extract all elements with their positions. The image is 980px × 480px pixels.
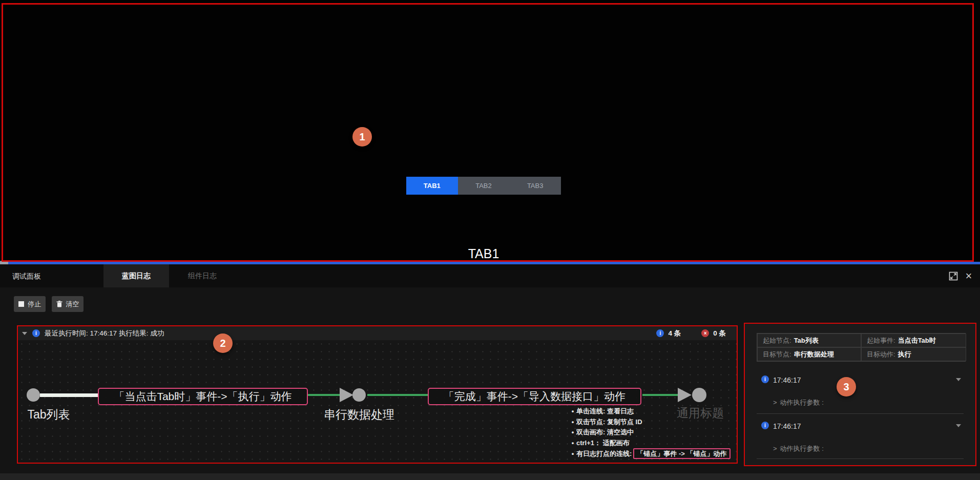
flow-node-start-label[interactable]: Tab列表: [10, 407, 87, 423]
stage-tab-1[interactable]: TAB1: [406, 177, 458, 195]
table-cell-target-node: 目标节点:串行数据处理: [757, 347, 861, 361]
debug-panel-title: 调试面板: [12, 272, 41, 281]
blueprint-log-card: i 最近执行时间: 17:46:17 执行结果: 成功 i 4 条 × 0 条 …: [18, 326, 737, 463]
tab-blueprint-log[interactable]: 蓝图日志: [103, 264, 169, 287]
info-icon: i: [761, 422, 769, 429]
stage-caption: TAB1: [432, 246, 535, 261]
screen: TAB1 TAB2 TAB3 TAB1 调试面板 蓝图日志 组件日志 × 停止: [0, 0, 980, 480]
table-cell-start-event: 起始事件:当点击Tab时: [861, 333, 966, 347]
run-summary-text: 最近执行时间: 17:46:17 执行结果: 成功: [45, 329, 164, 338]
flow-edge1-label[interactable]: 「当点击Tab时」事件->「执行」动作: [98, 388, 308, 405]
table-cell-start-node: 起始节点:Tab列表: [757, 333, 861, 347]
chevron-right-icon: >: [773, 399, 777, 406]
info-icon: i: [761, 375, 769, 383]
debug-panel-header: 调试面板 蓝图日志 组件日志 ×: [0, 264, 980, 287]
error-count: 0 条: [713, 329, 726, 338]
flow-node-mid-label[interactable]: 串行数据处理: [318, 407, 400, 423]
log-entry-time: 17:46:17: [773, 422, 801, 430]
bottom-bar: [0, 473, 980, 480]
flow-edge-segment[interactable]: [367, 394, 428, 396]
stage-tab-2[interactable]: TAB2: [458, 177, 510, 195]
error-count-icon: ×: [701, 329, 709, 337]
info-count-icon: i: [656, 329, 664, 337]
entry-collapse-caret-icon[interactable]: [956, 378, 961, 381]
tab-component-log[interactable]: 组件日志: [177, 264, 228, 287]
stage-tab-bar: TAB1 TAB2 TAB3: [406, 177, 561, 195]
edge-detail-table: 起始节点:Tab列表 起始事件:当点击Tab时 目标节点:串行数据处理 目标动作…: [757, 333, 966, 362]
log-entry-time: 17:46:17: [773, 376, 801, 384]
chevron-right-icon: >: [773, 445, 777, 452]
flow-arrowhead-icon: [678, 388, 692, 402]
collapse-caret-icon[interactable]: [22, 332, 27, 335]
stop-button[interactable]: 停止: [14, 296, 46, 312]
edge-detail-card: 起始节点:Tab列表 起始事件:当点击Tab时 目标节点:串行数据处理 目标动作…: [744, 323, 976, 466]
legend-item: •单击连线: 查看日志: [569, 406, 746, 417]
table-cell-target-action: 目标动作:执行: [861, 347, 966, 361]
flow-node-end-port[interactable]: [692, 388, 706, 402]
debug-panel: 调试面板 蓝图日志 组件日志 × 停止 清空: [0, 264, 980, 473]
flow-edge2-label[interactable]: 「完成」事件->「导入数据接口」动作: [428, 388, 641, 405]
entry-divider: [757, 413, 964, 414]
clear-button[interactable]: 清空: [52, 296, 84, 312]
legend-item: •双击节点: 复制节点 ID: [569, 417, 746, 428]
legend-edge-sample-box: 「锚点」事件 -> 「锚点」动作: [633, 448, 730, 459]
flow-edge-segment[interactable]: [308, 394, 340, 396]
legend-item: •ctrl+1： 适配画布: [569, 438, 746, 449]
flow-edge-segment[interactable]: [40, 393, 98, 397]
flow-node-start-port[interactable]: [27, 388, 40, 402]
entry-divider: [757, 458, 964, 459]
flow-node-mid-port[interactable]: [352, 388, 366, 402]
trash-icon: [56, 301, 62, 307]
legend-item-logged-edge: •有日志打点的连线:「锚点」事件 -> 「锚点」动作: [569, 448, 746, 460]
stage-tab-3[interactable]: TAB3: [509, 177, 561, 195]
clear-button-label: 清空: [66, 300, 79, 309]
preview-stage: TAB1 TAB2 TAB3 TAB1: [0, 0, 980, 262]
info-icon: i: [32, 329, 40, 337]
entry-params-expander[interactable]: >动作执行参数 :: [773, 398, 824, 407]
entry-collapse-caret-icon[interactable]: [956, 424, 961, 427]
log-run-header: i 最近执行时间: 17:46:17 执行结果: 成功 i 4 条 × 0 条: [18, 326, 737, 340]
stop-button-label: 停止: [28, 300, 41, 309]
canvas-legend: •单击连线: 查看日志 •双击节点: 复制节点 ID •双击画布: 清空选中 •…: [569, 406, 746, 460]
info-count: 4 条: [668, 329, 681, 338]
stop-square-icon: [18, 301, 24, 307]
legend-item: •双击画布: 清空选中: [569, 427, 746, 438]
flow-edge-segment[interactable]: [642, 394, 678, 396]
fullscreen-icon[interactable]: [948, 271, 958, 281]
log-counts: i 4 条 × 0 条: [651, 329, 726, 338]
close-icon[interactable]: ×: [964, 271, 974, 281]
flow-arrowhead-icon: [340, 388, 353, 402]
entry-params-expander[interactable]: >动作执行参数 :: [773, 444, 824, 453]
